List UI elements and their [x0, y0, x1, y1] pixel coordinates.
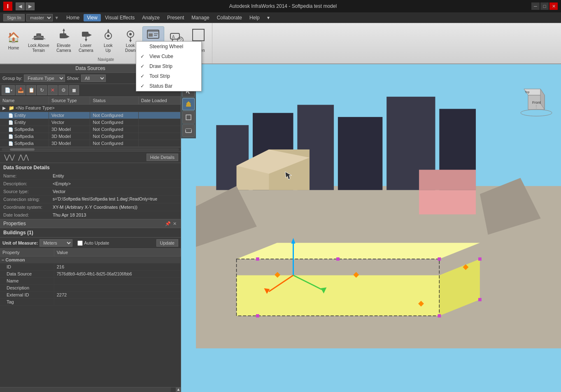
close-btn[interactable]: ✕ — [549, 2, 558, 10]
ds-settings-btn[interactable]: ⚙ — [58, 85, 68, 95]
row-status: Not Configured — [90, 133, 138, 140]
ribbon-btn-look-up[interactable]: LookUp — [98, 26, 119, 54]
dropdown-draw-strip[interactable]: ✓ Draw Strip — [136, 61, 201, 71]
table-row[interactable]: 📄 Entity Vector Not Configured — [0, 119, 181, 126]
groupby-select[interactable]: Feature Type — [24, 75, 65, 82]
ds-extra-btn[interactable]: ◼ — [69, 85, 79, 95]
props-close-btn[interactable]: ✕ — [172, 221, 177, 226]
svg-marker-49 — [187, 101, 190, 103]
prop-tag-label: Tag — [0, 299, 54, 306]
viewport[interactable]: Front Top — [181, 64, 561, 392]
group-row: ▶ 📁 <No Feature Type> — [0, 105, 181, 112]
menu-analyze[interactable]: Analyze — [139, 14, 163, 21]
col-status: Status — [90, 97, 138, 105]
camera-panel-btn[interactable] — [182, 124, 195, 137]
steering-wheel-check — [140, 44, 147, 49]
main-area: Data Sources Group by: Feature Type Show… — [0, 64, 561, 392]
prop-external-id-label: External ID — [0, 292, 54, 299]
view-cube[interactable]: Front Top — [520, 85, 553, 118]
menu-present[interactable]: Present — [164, 14, 187, 21]
ribbon-btn-lock-above-terrain[interactable]: Lock AboveTerrain — [26, 26, 52, 54]
look-down-icon — [123, 28, 138, 42]
hide-details-btn[interactable]: Hide Details — [147, 154, 178, 161]
row-date-loaded — [138, 126, 180, 133]
svg-marker-13 — [129, 40, 132, 42]
menu-view[interactable]: View — [84, 14, 101, 21]
menu-extras[interactable]: ▾ — [264, 14, 273, 21]
prop-datasource-label: Data Source — [0, 271, 54, 278]
nav-up-btn[interactable]: ⋀⋀ — [16, 153, 30, 161]
props-row-datasource[interactable]: Data Source 7576d8b9-4d50-4fb1-8d25-06af… — [0, 271, 181, 278]
props-row-tag[interactable]: Tag — [0, 299, 181, 306]
dropdown-status-bar[interactable]: ✓ Status Bar — [136, 81, 201, 91]
detail-label-coordinate: Coordinate system: — [3, 205, 53, 210]
row-source-type: Vector — [49, 119, 90, 126]
ds-table-scroll[interactable]: Name Source Type Status Date Loaded ▶ 📁 … — [0, 97, 181, 147]
svg-rect-15 — [147, 30, 159, 32]
ds-delete-btn[interactable]: ✕ — [48, 85, 58, 95]
props-col-property: Property — [0, 249, 54, 257]
draw-strip-label: Draw Strip — [149, 63, 172, 69]
ribbon-btn-home[interactable]: 🏠 Home — [3, 26, 24, 54]
ds-refresh-btn[interactable]: ↻ — [37, 85, 47, 95]
user-interface-icon — [146, 28, 161, 42]
props-row-description[interactable]: Description — [0, 285, 181, 292]
props-row-external-id[interactable]: External ID 2272 — [0, 292, 181, 299]
ribbon-btn-elevate-camera[interactable]: ElevateCamera — [54, 26, 74, 54]
dropdown-steering-wheel[interactable]: Steering Wheel — [136, 42, 201, 51]
details-section: ⋁⋁ ⋀⋀ Hide Details Data Source Details N… — [0, 152, 181, 219]
look-up-label: LookUp — [104, 43, 113, 53]
table-row[interactable]: 📄 Softpedia 3D Model Not Configured — [0, 126, 181, 133]
signin-btn[interactable]: Sign In — [3, 14, 25, 21]
3d-scene — [196, 64, 561, 348]
svg-marker-65 — [419, 170, 476, 190]
minimize-btn[interactable]: ─ — [531, 2, 540, 10]
nav-down-btn[interactable]: ⋁⋁ — [2, 153, 16, 161]
pencil-btn[interactable] — [182, 98, 195, 110]
ribbon-btn-lower-camera[interactable]: LowerCamera — [76, 26, 96, 54]
home-icon: 🏠 — [6, 30, 21, 45]
detail-value-name: Entity — [53, 173, 177, 178]
ui-dropdown: Steering Wheel ✓ View Cube ✓ Draw Strip … — [136, 41, 202, 91]
table-row[interactable]: 📄 Entity Vector Not Configured — [0, 112, 181, 119]
auto-update-label: Auto Update — [84, 240, 109, 245]
dropdown-view-cube[interactable]: ✓ View Cube — [136, 51, 201, 61]
props-pin-btn[interactable]: 📌 — [165, 221, 171, 226]
detail-value-connection: s='D:\Softpedia files\Softpedia test 1.d… — [53, 197, 177, 202]
menu-manage[interactable]: Manage — [188, 14, 212, 21]
svg-rect-50 — [186, 115, 191, 120]
menu-collaborate[interactable]: Collaborate — [214, 14, 245, 21]
maximize-btn[interactable]: □ — [540, 2, 549, 10]
menu-help[interactable]: Help — [246, 14, 263, 21]
row-source-type: 3D Model — [49, 133, 90, 140]
unit-label: Unit of Measure: — [2, 240, 38, 245]
ds-new-btn[interactable]: 📄▾ — [2, 85, 15, 95]
menu-visual-effects[interactable]: Visual Effects — [102, 14, 138, 21]
unit-select[interactable]: Meters — [40, 239, 72, 247]
forward-btn[interactable]: ▶ — [26, 2, 35, 10]
window-title: Autodesk InfraWorks 2014 - Softpedia tes… — [35, 3, 531, 9]
props-row-id[interactable]: ID 216 — [0, 264, 181, 271]
row-date-loaded — [138, 133, 180, 140]
update-btn[interactable]: Update — [156, 239, 178, 247]
svg-marker-6 — [88, 33, 92, 37]
show-select[interactable]: All — [81, 75, 106, 82]
ds-import-btn[interactable]: 📥 — [16, 85, 26, 95]
prop-external-id-value: 2272 — [54, 292, 180, 299]
back-btn[interactable]: ◀ — [16, 2, 25, 10]
table-row[interactable]: 📄 Softpedia 3D Model Not Configured — [0, 133, 181, 140]
auto-update-checkbox[interactable] — [77, 240, 83, 246]
svg-rect-5 — [82, 32, 88, 37]
props-scroll[interactable]: Property Value – Common ID 216 — [0, 249, 181, 387]
table-row[interactable]: 📄 Softpedia 3D Model Not Configured — [0, 140, 181, 147]
ds-copy-btn[interactable]: 📋 — [26, 85, 36, 95]
dropdown-tool-strip[interactable]: ✓ Tool Strip — [136, 71, 201, 81]
square-btn[interactable] — [182, 111, 195, 124]
branch-select[interactable]: master — [26, 14, 53, 21]
svg-marker-66 — [237, 275, 440, 316]
menu-home[interactable]: Home — [63, 14, 83, 21]
props-row-name[interactable]: Name — [0, 278, 181, 285]
svg-rect-82 — [438, 314, 441, 317]
row-source-type: 3D Model — [49, 140, 90, 147]
table-row[interactable]: ▶ 📁 <No Feature Type> — [0, 105, 181, 112]
